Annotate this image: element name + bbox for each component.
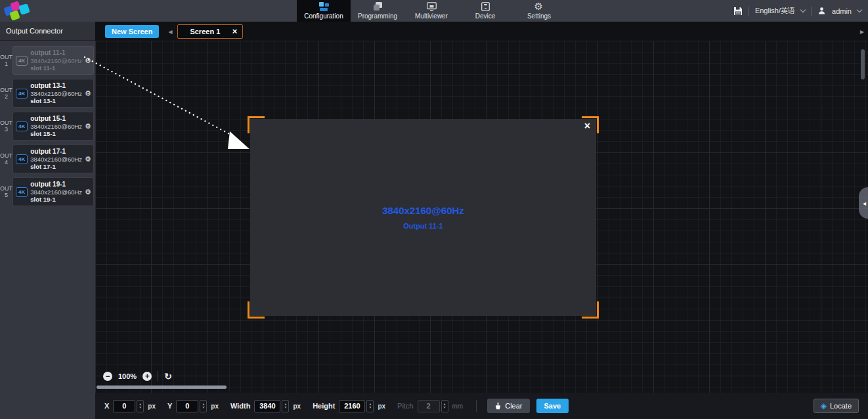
output-info: output 19-1 3840x2160@60Hz slot 19-1: [30, 181, 82, 203]
gear-icon[interactable]: ⚙: [85, 188, 91, 196]
save-icon[interactable]: [733, 7, 743, 16]
clear-button[interactable]: Clear: [487, 399, 529, 413]
device-icon: [481, 2, 490, 11]
output-name: output 17-1: [30, 148, 82, 156]
gear-icon[interactable]: ⚙: [85, 56, 91, 65]
screen-layout-canvas[interactable]: × 3840x2160@60Hz Output 11-1 − 100% + ↻ …: [95, 41, 868, 393]
divider: [749, 7, 749, 16]
pitch-input: [418, 400, 440, 412]
horizontal-scrollbar[interactable]: [97, 386, 227, 389]
tab-label: Configuration: [304, 12, 343, 20]
user-icon: [817, 7, 826, 15]
divider: [158, 371, 158, 381]
output-resolution: 3840x2160@60Hz: [30, 57, 82, 64]
language-selector[interactable]: English/英语: [755, 6, 795, 16]
chevron-down-icon[interactable]: [800, 7, 806, 12]
tab-settings[interactable]: ⚙ Settings: [512, 0, 566, 22]
pitch-stepper: ▲▼: [441, 400, 448, 412]
panel-labels: 3840x2160@60Hz Output 11-1: [250, 119, 596, 316]
output-info: output 15-1 3840x2160@60Hz slot 15-1: [30, 115, 82, 137]
tab-scroll-left-icon[interactable]: ◂: [168, 27, 172, 36]
tab-multiviewer[interactable]: Multiviewer: [404, 0, 458, 22]
tab-scroll-right-icon[interactable]: ▸: [860, 27, 864, 36]
corner-bracket-top-right: [582, 116, 599, 133]
screen-tab-label: Screen 1: [190, 28, 220, 35]
tab-programming[interactable]: Programming: [351, 0, 404, 22]
width-stepper[interactable]: ▲▼: [282, 400, 289, 412]
panel-output-name: Output 11-1: [403, 222, 443, 230]
tab-configuration[interactable]: Configuration: [297, 0, 351, 22]
output-list: OUT 1 4K output 11-1 3840x2160@60Hz slot…: [0, 41, 95, 206]
screen-panel[interactable]: × 3840x2160@60Hz Output 11-1: [250, 119, 596, 316]
port-number: 3: [5, 126, 8, 133]
programming-icon: [373, 2, 383, 11]
main-area: New Screen ◂ Screen 1 × ▸ × 3840x2160@60…: [95, 22, 868, 419]
locate-label: Locate: [830, 402, 852, 410]
top-bar: Configuration Programming Multiviewer: [0, 0, 868, 22]
y-unit: px: [211, 403, 219, 410]
locate-diamond-icon: ◈: [821, 402, 827, 410]
tab-label: Multiviewer: [415, 12, 448, 20]
port-label: OUT 5: [0, 177, 12, 206]
width-field: Width ▲▼ px: [230, 400, 301, 412]
output-slot: slot 13-1: [30, 97, 82, 104]
user-name[interactable]: admin: [832, 7, 852, 15]
output-card-15-1[interactable]: 4K output 15-1 3840x2160@60Hz slot 15-1 …: [12, 112, 94, 141]
output-resolution: 3840x2160@60Hz: [30, 156, 82, 163]
output-card-11-1[interactable]: 4K output 11-1 3840x2160@60Hz slot 11-1 …: [12, 46, 94, 75]
topbar-right-cluster: English/英语 admin: [733, 0, 861, 22]
width-input[interactable]: [254, 400, 280, 412]
output-card-17-1[interactable]: 4K output 17-1 3840x2160@60Hz slot 17-1 …: [12, 144, 94, 173]
tab-device[interactable]: Device: [458, 0, 512, 22]
zoom-reset-icon[interactable]: ↻: [164, 372, 172, 381]
height-input[interactable]: [339, 400, 365, 412]
gear-icon[interactable]: ⚙: [85, 155, 91, 164]
clear-brush-icon: [494, 403, 502, 410]
zoom-in-button[interactable]: +: [142, 372, 152, 381]
y-label: Y: [167, 402, 172, 410]
output-info: output 13-1 3840x2160@60Hz slot 13-1: [30, 82, 82, 104]
tab-label: Settings: [527, 12, 551, 20]
pitch-label: Pitch: [397, 402, 413, 410]
gear-icon[interactable]: ⚙: [85, 89, 91, 98]
port-text: OUT: [0, 87, 12, 93]
chevron-down-icon[interactable]: [857, 7, 862, 12]
port-label: OUT 4: [0, 144, 12, 173]
logo-cyan-diamond: [18, 3, 30, 15]
x-stepper[interactable]: ▲▼: [137, 400, 144, 412]
zoom-out-button[interactable]: −: [103, 372, 112, 381]
pitch-field: Pitch ▲▼ mm: [397, 400, 463, 412]
4k-badge: 4K: [16, 187, 28, 197]
screen-1-tab[interactable]: Screen 1 ×: [177, 24, 243, 39]
height-stepper[interactable]: ▲▼: [366, 400, 374, 412]
port-label: OUT 1: [0, 46, 12, 75]
y-stepper[interactable]: ▲▼: [200, 400, 207, 412]
output-info: output 11-1 3840x2160@60Hz slot 11-1: [30, 49, 82, 72]
multiviewer-icon: [427, 2, 437, 11]
vertical-scrollbar[interactable]: [861, 49, 865, 79]
close-tab-icon[interactable]: ×: [232, 27, 238, 35]
output-slot: slot 15-1: [30, 130, 82, 137]
port-text: OUT: [0, 152, 12, 159]
corner-bracket-bottom-right: [582, 301, 599, 319]
output-card-13-1[interactable]: 4K output 13-1 3840x2160@60Hz slot 13-1 …: [12, 79, 94, 108]
main-nav: Configuration Programming Multiviewer: [297, 0, 566, 22]
settings-gear-icon: ⚙: [534, 2, 544, 11]
4k-badge: 4K: [16, 121, 28, 131]
output-slot: slot 19-1: [30, 196, 82, 203]
y-input[interactable]: [176, 400, 198, 412]
app-logo: [4, 1, 32, 21]
right-drawer-handle[interactable]: ◂: [859, 187, 868, 219]
output-card-19-1[interactable]: 4K output 19-1 3840x2160@60Hz slot 19-1 …: [12, 177, 94, 206]
port-label: OUT 3: [0, 112, 12, 141]
locate-button[interactable]: ◈ Locate: [814, 399, 859, 413]
output-name: output 13-1: [30, 82, 82, 90]
new-screen-button[interactable]: New Screen: [105, 25, 159, 38]
output-row: OUT 2 4K output 13-1 3840x2160@60Hz slot…: [0, 79, 95, 108]
height-field: Height ▲▼ px: [313, 400, 385, 412]
port-label: OUT 2: [0, 79, 12, 108]
x-input[interactable]: [113, 400, 135, 412]
width-label: Width: [230, 402, 250, 410]
save-button[interactable]: Save: [536, 399, 569, 413]
gear-icon[interactable]: ⚙: [85, 122, 91, 131]
